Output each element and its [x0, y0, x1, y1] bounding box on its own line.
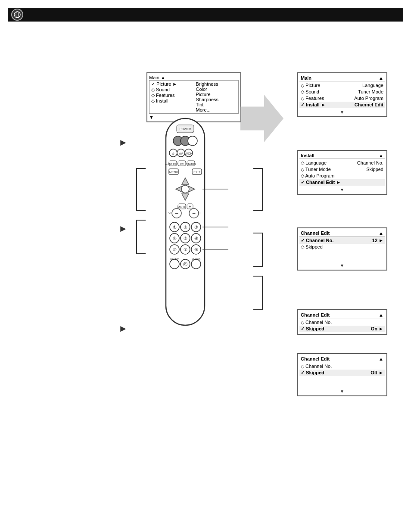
svg-text:–: – — [175, 210, 178, 216]
menu5-bottom-arrow: ▼ — [299, 389, 385, 394]
sub-sharpness: Sharpness — [196, 97, 237, 102]
header-bar — [8, 8, 403, 22]
menu-main-install: Main ▲ ◇ Picture Language ◇ Sound Tuner … — [297, 72, 387, 117]
menu-row-install: ◇ Install — [151, 98, 192, 104]
bracket-right-1 — [253, 168, 263, 211]
bracket-left-1 — [136, 168, 146, 211]
inst-row-auto: ◇ Auto Program — [299, 173, 385, 179]
menu1-bottom-arrow: ▼ — [299, 110, 385, 115]
svg-text:AV: AV — [179, 152, 183, 155]
inst-row-channel-edit: ✓ Channel Edit ► — [299, 179, 385, 186]
svg-point-28 — [181, 185, 189, 193]
svg-text:①: ① — [173, 225, 177, 230]
menu-channel-edit-2: Channel Edit ▲ ◇ Channel No. ✓ Skipped O… — [297, 309, 387, 335]
menu-channel-edit-3: Channel Edit ▲ ◇ Channel No. ✓ Skipped O… — [297, 353, 387, 396]
ch-edit1-title: Channel Edit ▲ — [299, 230, 385, 236]
svg-text:EXIT: EXIT — [193, 171, 200, 174]
menu-install-title: Install ▲ — [299, 152, 385, 159]
sub-picture: Picture — [196, 92, 237, 97]
menu-main-install-title: Main ▲ — [299, 75, 385, 81]
bracket-left-2 — [136, 220, 146, 254]
sub-color: Color — [196, 87, 237, 92]
svg-point-7 — [188, 136, 197, 146]
ch-edit1-row-skipped: ◇ Skipped — [299, 244, 385, 250]
sub-tint: Tint — [196, 102, 237, 107]
svg-point-62 — [191, 259, 201, 269]
ch-edit3-row-channelno: ◇ Channel No. — [299, 363, 385, 370]
step-arrow-1: ► — [118, 137, 128, 148]
row-features: ◇ Features Auto Program — [299, 95, 385, 102]
menu-install: Install ▲ ◇ Language Channel No. ◇ Tuner… — [297, 150, 387, 195]
svg-text:MENU: MENU — [169, 171, 178, 174]
svg-text:②: ② — [184, 225, 187, 230]
menu-channel-edit-1: Channel Edit ▲ ✓ Channel No. 12 ► ◇ Skip… — [297, 227, 387, 271]
svg-text:⑦: ⑦ — [173, 247, 177, 252]
svg-text:POWER: POWER — [180, 128, 191, 131]
svg-text:⓪: ⓪ — [183, 262, 187, 267]
ch-edit2-row-skipped: ✓ Skipped On ► — [299, 326, 385, 332]
svg-text:⑧: ⑧ — [184, 247, 187, 252]
ch-edit3-row-skipped: ✓ Skipped Off ► — [299, 370, 385, 376]
svg-text:⑨: ⑨ — [194, 247, 198, 252]
svg-text:⑥: ⑥ — [194, 236, 198, 241]
menu-row-features: ◇ Features — [151, 93, 192, 98]
bracket-right-2 — [253, 233, 263, 267]
ch-edit3-title: Channel Edit ▲ — [299, 356, 385, 362]
svg-text:A/CH: A/CH — [185, 152, 193, 155]
inst-row-language: ◇ Language Channel No. — [299, 160, 385, 166]
svg-point-1 — [16, 12, 19, 18]
main-menu-title: Main ▲ — [149, 75, 239, 80]
menu-row-sound: ◇ Sound — [151, 87, 192, 93]
header-logo — [11, 9, 23, 21]
svg-text:④: ④ — [173, 236, 177, 241]
ch-edit2-title: Channel Edit ▲ — [299, 312, 385, 318]
menu3-bottom-arrow: ▼ — [299, 263, 385, 268]
ch-edit1-row-channelno: ✓ Channel No. 12 ► — [299, 237, 385, 244]
ch-edit2-row-channelno: ◇ Channel No. — [299, 319, 385, 326]
step-arrow-2: ► — [118, 223, 128, 234]
svg-text:⊙: ⊙ — [172, 152, 174, 155]
svg-point-0 — [14, 12, 20, 18]
svg-text:STATUS: STATUS — [186, 163, 196, 165]
svg-text:MUTE: MUTE — [177, 205, 186, 208]
inst-row-tuner: ◇ Tuner Mode Skipped — [299, 166, 385, 173]
svg-point-59 — [170, 259, 179, 269]
svg-text:⑤: ⑤ — [184, 236, 187, 241]
row-picture: ◇ Picture Language — [299, 82, 385, 89]
row-install: ✓ Install ► Channel Edit — [299, 102, 385, 108]
menu2-bottom-arrow: ▼ — [299, 187, 385, 192]
row-sound: ◇ Sound Tuner Mode — [299, 89, 385, 95]
sub-more: More... — [196, 107, 237, 112]
remote-control: POWER ⊙ AV A/CH AUTO PROG CC STATUS MENU… — [142, 114, 228, 348]
svg-text:–: – — [193, 210, 196, 216]
svg-text:+: + — [189, 205, 191, 209]
svg-text:③: ③ — [194, 225, 198, 230]
svg-text:CC: CC — [180, 163, 184, 165]
bracket-right-3 — [253, 276, 263, 310]
connector-arrow — [240, 95, 283, 142]
sub-brightness: Brightness — [196, 81, 237, 87]
step-arrow-3: ► — [118, 323, 128, 334]
menu-row-picture: ✓ Picture ► — [151, 81, 192, 87]
